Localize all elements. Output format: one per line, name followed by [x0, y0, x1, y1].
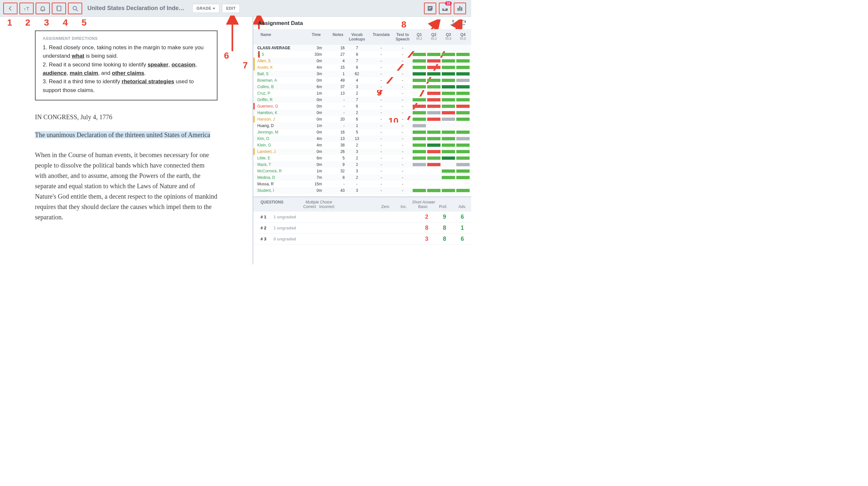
caret-down-icon: [213, 8, 215, 9]
table-row[interactable]: Lambert, J0m263--: [253, 148, 471, 155]
table-row[interactable]: Griffin, R0m-7--: [253, 96, 471, 103]
svg-rect-8: [429, 7, 431, 8]
student-name[interactable]: Guerrero, G: [255, 104, 301, 109]
notes-panel-button[interactable]: [424, 3, 436, 14]
table-row[interactable]: Jennings, M0m165--: [253, 129, 471, 136]
svg-rect-9: [429, 8, 430, 9]
student-name[interactable]: Lambert, J: [255, 149, 301, 154]
table-header: Name Time Notes Vocab Lookups Translate …: [253, 29, 471, 45]
student-name[interactable]: CLASS AVERAGE: [255, 46, 301, 50]
table-row[interactable]: Ball, S3m162--: [253, 70, 471, 77]
assignment-directions-box: ASSIGNMENT DIRECTIONS 1. Read closely on…: [35, 30, 217, 101]
student-name[interactable]: McCormick, R: [255, 169, 301, 173]
table-row[interactable]: Mussa, R15m----: [253, 181, 471, 187]
question-row[interactable]: # 21 ungraded881: [253, 223, 471, 234]
student-name[interactable]: Ball, S: [255, 72, 301, 76]
table-row[interactable]: 1, S33m278--: [253, 51, 471, 58]
student-name[interactable]: Little, E: [255, 156, 301, 161]
doc-highlighted-title[interactable]: The unanimous Declaration of the thirtee…: [35, 130, 217, 140]
student-name[interactable]: Allen, S: [255, 59, 301, 63]
analytics-button[interactable]: [454, 3, 466, 14]
table-row[interactable]: Hanson, J0m206--: [253, 116, 471, 122]
document-pane: ASSIGNMENT DIRECTIONS 1. Read closely on…: [0, 17, 252, 264]
table-row[interactable]: Little, E6m52--: [253, 155, 471, 161]
edit-button[interactable]: EDIT: [222, 4, 240, 13]
table-row[interactable]: Medina, D7m82--: [253, 174, 471, 181]
table-row[interactable]: Austin, K4m156--: [253, 64, 471, 70]
text-size-button[interactable]: TT: [20, 3, 34, 14]
table-row[interactable]: Hamilton, K0m-2--: [253, 110, 471, 116]
student-name[interactable]: Griffin, R: [255, 97, 301, 102]
student-name[interactable]: Austin, K: [255, 65, 301, 70]
student-name[interactable]: Mussa, R: [255, 182, 301, 186]
table-row[interactable]: CLASS AVERAGE3m167--: [253, 45, 471, 51]
table-row[interactable]: Collins, B6m373--: [253, 84, 471, 90]
export-button[interactable]: [450, 20, 456, 27]
table-row[interactable]: McCormick, R1m323--: [253, 168, 471, 174]
table-row[interactable]: Klein, G4m382--: [253, 142, 471, 148]
directions-heading: ASSIGNMENT DIRECTIONS: [43, 36, 210, 41]
search-button[interactable]: [68, 3, 82, 14]
directions-line-3: 3. Read it a third time to identify rhet…: [43, 78, 210, 95]
student-name[interactable]: Huang, D: [255, 123, 301, 128]
student-name[interactable]: Bowman, A: [255, 78, 301, 83]
svg-rect-11: [458, 8, 459, 11]
doc-subhead: IN CONGRESS, July 4, 1776: [35, 113, 217, 121]
svg-rect-12: [459, 6, 461, 11]
directions-line-2: 2. Read it a second time looking to iden…: [43, 61, 210, 78]
student-name[interactable]: Student, I: [255, 188, 301, 193]
refresh-button[interactable]: [460, 20, 467, 27]
table-row[interactable]: Cruz, P1m132--: [253, 90, 471, 96]
grade-button[interactable]: GRADE: [192, 4, 219, 13]
student-name[interactable]: Klein, G: [255, 143, 301, 147]
assignment-data-panel: Assignment Data Name Time Notes Vocab Lo…: [252, 17, 471, 264]
svg-text:T: T: [26, 6, 29, 11]
table-row[interactable]: Guerrero, G0m-6--: [253, 103, 471, 110]
table-row[interactable]: Allen, S0m47--: [253, 58, 471, 64]
questions-header: QUESTIONS Multiple ChoiceCorrect Incorre…: [253, 197, 471, 211]
notifications-button[interactable]: [36, 3, 50, 14]
table-row[interactable]: Kim, O4m1313--: [253, 136, 471, 142]
grade-button-label: GRADE: [196, 6, 211, 11]
top-toolbar: TT United States Declaration of Inde… GR…: [0, 0, 471, 17]
student-name[interactable]: Hanson, J: [255, 117, 301, 121]
notebook-button[interactable]: [52, 3, 66, 14]
submissions-button[interactable]: 16: [439, 3, 451, 14]
back-button[interactable]: [3, 3, 18, 14]
student-name[interactable]: Medina, D: [255, 175, 301, 180]
directions-line-1: 1. Read closely once, taking notes in th…: [43, 44, 210, 61]
svg-text:T: T: [24, 7, 26, 11]
student-name[interactable]: Jennings, M: [255, 130, 301, 135]
svg-line-7: [76, 9, 78, 11]
student-name[interactable]: Cruz, P: [255, 91, 301, 95]
table-row[interactable]: Huang, D1m-1--: [253, 122, 471, 129]
doc-body[interactable]: When in the Course of human events, it b…: [35, 150, 217, 222]
student-name[interactable]: 1, S: [255, 52, 301, 57]
svg-point-6: [73, 6, 77, 10]
student-name[interactable]: Kim, O: [255, 136, 301, 141]
student-name[interactable]: Collins, B: [255, 85, 301, 89]
student-name[interactable]: Hamilton, K: [255, 111, 301, 115]
table-row[interactable]: Mack, T0m92--: [253, 161, 471, 168]
submissions-badge: 16: [445, 1, 452, 5]
document-title: United States Declaration of Inde…: [87, 5, 184, 12]
question-row[interactable]: # 30 ungraded386: [253, 234, 471, 245]
svg-rect-13: [461, 7, 463, 11]
table-row[interactable]: Student, I0m433--: [253, 187, 471, 194]
panel-title: Assignment Data: [258, 20, 303, 27]
table-row[interactable]: Bowman, A0m494--: [253, 77, 471, 84]
question-row[interactable]: # 11 ungraded296: [253, 211, 471, 223]
svg-rect-2: [57, 6, 61, 11]
student-name[interactable]: Mack, T: [255, 162, 301, 167]
